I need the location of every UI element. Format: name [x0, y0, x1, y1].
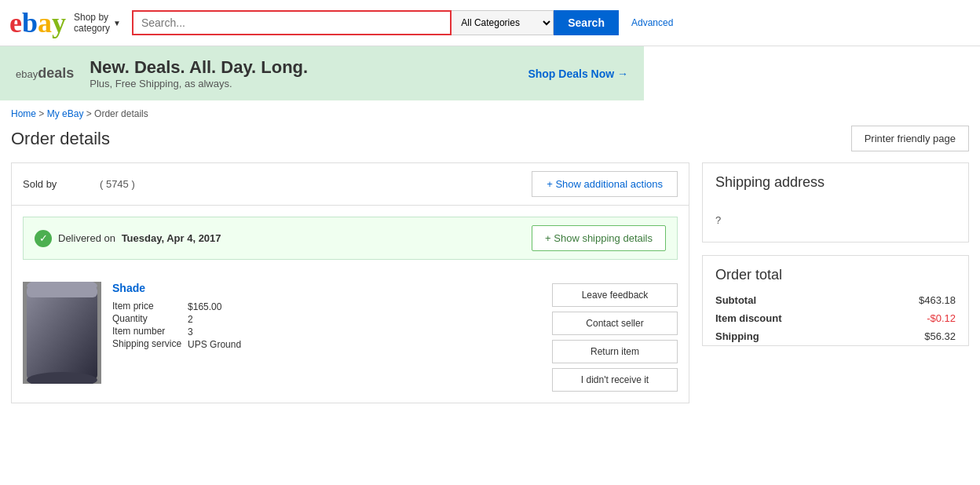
banner-text: New. Deals. All. Day. Long. Plus, Free S… — [90, 57, 512, 89]
shipping-address-title: Shipping address — [703, 163, 968, 199]
sold-by: Sold by ( 5745 ) — [23, 178, 532, 190]
svg-rect-0 — [27, 286, 97, 380]
deals-banner: ebaydeals New. Deals. All. Day. Long. Pl… — [0, 46, 644, 100]
shipping-address-card: Shipping address ? — [702, 162, 969, 242]
quantity-label: Quantity — [112, 313, 188, 326]
price-label: Item price — [112, 301, 188, 313]
shop-by-category[interactable]: Shop by category ▼ — [74, 12, 121, 34]
item-number-value: 3 — [188, 326, 241, 338]
banner-headline: New. Deals. All. Day. Long. — [90, 57, 512, 78]
banner-subtext: Plus, Free Shipping, as always. — [90, 78, 512, 89]
deals-logo: ebaydeals — [16, 65, 74, 82]
price-value: $165.00 — [188, 301, 241, 313]
item-number-label: Item number — [112, 326, 188, 338]
item-meta-table: Item price $165.00 Quantity 2 Item numbe… — [112, 301, 241, 351]
search-button[interactable]: Search — [554, 10, 619, 35]
quantity-value: 2 — [188, 313, 241, 326]
item-row: Shade Item price $165.00 Quantity 2 Item… — [12, 271, 689, 403]
breadcrumb: Home > My eBay > Order details — [0, 100, 980, 122]
item-details: Shade Item price $165.00 Quantity 2 Item… — [112, 282, 541, 392]
order-card-header: Sold by ( 5745 ) + Show additional actio… — [12, 163, 689, 206]
show-shipping-details-button[interactable]: + Show shipping details — [532, 225, 666, 251]
item-image — [23, 282, 101, 384]
subtotal-label: Subtotal — [715, 294, 756, 306]
ebay-logo[interactable]: e b a y — [9, 6, 66, 39]
discount-value: -$0.12 — [927, 312, 956, 324]
shipping-value: UPS Ground — [188, 338, 241, 351]
order-total-card: Order total Subtotal $463.18 Item discou… — [702, 255, 969, 346]
order-total-row-shipping: Shipping $56.32 — [703, 327, 968, 345]
delivery-text: Delivered on Tuesday, Apr 4, 2017 — [58, 232, 221, 244]
contact-seller-button[interactable]: Contact seller — [552, 312, 678, 335]
main-layout: Sold by ( 5745 ) + Show additional actio… — [0, 162, 980, 403]
order-card: Sold by ( 5745 ) + Show additional actio… — [11, 162, 689, 403]
left-panel: Sold by ( 5745 ) + Show additional actio… — [11, 162, 689, 403]
leave-feedback-button[interactable]: Leave feedback — [552, 283, 678, 307]
shipping-total-value: $56.32 — [924, 330, 956, 342]
breadcrumb-my-ebay[interactable]: My eBay — [47, 108, 84, 119]
not-received-button[interactable]: I didn't receive it — [552, 368, 678, 392]
search-input[interactable] — [132, 10, 452, 35]
order-total-row-discount: Item discount -$0.12 — [703, 309, 968, 327]
chevron-down-icon: ▼ — [113, 19, 121, 27]
return-item-button[interactable]: Return item — [552, 340, 678, 363]
subtotal-value: $463.18 — [919, 294, 956, 306]
item-name[interactable]: Shade — [112, 282, 541, 294]
category-select[interactable]: All Categories — [452, 10, 554, 35]
svg-rect-3 — [27, 286, 97, 297]
breadcrumb-home[interactable]: Home — [11, 108, 36, 119]
banner-cta[interactable]: Shop Deals Now → — [528, 67, 628, 80]
item-actions: Leave feedback Contact seller Return ite… — [552, 282, 678, 392]
header: e b a y Shop by category ▼ All Categorie… — [0, 0, 980, 46]
right-panel: Shipping address ? Order total Subtotal … — [702, 162, 969, 403]
advanced-link[interactable]: Advanced — [631, 17, 673, 28]
discount-label: Item discount — [715, 312, 782, 324]
search-bar: All Categories Search — [132, 10, 619, 35]
printer-friendly-button[interactable]: Printer friendly page — [851, 126, 969, 151]
address-line2: ? — [715, 213, 956, 229]
show-additional-actions-button[interactable]: + Show additional actions — [532, 171, 678, 197]
shipping-address-body: ? — [703, 199, 968, 242]
delivery-banner: ✓ Delivered on Tuesday, Apr 4, 2017 + Sh… — [23, 217, 678, 260]
address-line1 — [715, 202, 956, 213]
order-total-title: Order total — [703, 256, 968, 291]
seller-rating: ( 5745 ) — [100, 178, 135, 190]
shipping-total-label: Shipping — [715, 330, 759, 342]
seller-name — [63, 178, 97, 190]
check-circle-icon: ✓ — [35, 230, 52, 247]
shipping-label: Shipping service — [112, 338, 188, 351]
order-total-row-subtotal: Subtotal $463.18 — [703, 291, 968, 309]
breadcrumb-current: Order details — [94, 108, 148, 119]
page-title: Order details — [11, 129, 110, 149]
